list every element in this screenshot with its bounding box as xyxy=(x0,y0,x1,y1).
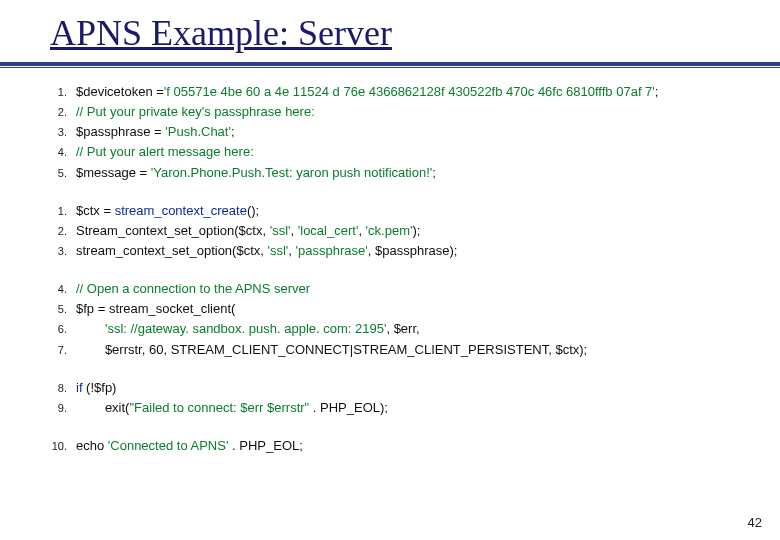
code-block: $devicetoken ='f 05571e 4be 60 a 4e 1152… xyxy=(40,82,750,183)
code-line: echo 'Connected to APNS' . PHP_EOL; xyxy=(70,436,750,456)
code-block: echo 'Connected to APNS' . PHP_EOL; xyxy=(40,436,750,456)
code-line: $message = 'Yaron.Phone.Push.Test: yaron… xyxy=(70,163,750,183)
code-line: $fp = stream_socket_client( xyxy=(70,299,750,319)
code-block: if (!$fp) exit("Failed to connect: $err … xyxy=(40,378,750,418)
page-number: 42 xyxy=(748,515,762,530)
code-line: $errstr, 60, STREAM_CLIENT_CONNECT|STREA… xyxy=(70,340,750,360)
code-line: Stream_context_set_option($ctx, 'ssl', '… xyxy=(70,221,750,241)
slide-title: APNS Example: Server xyxy=(50,12,780,60)
slide-body: $devicetoken ='f 05571e 4be 60 a 4e 1152… xyxy=(0,68,780,456)
code-block: $ctx = stream_context_create();Stream_co… xyxy=(40,201,750,261)
title-rule xyxy=(0,62,780,68)
title-wrap: APNS Example: Server xyxy=(0,0,780,60)
code-block: // Open a connection to the APNS server$… xyxy=(40,279,750,360)
code-line: 'ssl: //gateway. sandbox. push. apple. c… xyxy=(70,319,750,339)
code-line: $passphrase = 'Push.Chat'; xyxy=(70,122,750,142)
code-line: // Open a connection to the APNS server xyxy=(70,279,750,299)
code-line: $ctx = stream_context_create(); xyxy=(70,201,750,221)
code-line: stream_context_set_option($ctx, 'ssl', '… xyxy=(70,241,750,261)
slide: APNS Example: Server $devicetoken ='f 05… xyxy=(0,0,780,540)
code-line: // Put your private key's passphrase her… xyxy=(70,102,750,122)
code-line: $devicetoken ='f 05571e 4be 60 a 4e 1152… xyxy=(70,82,750,102)
code-line: // Put your alert message here: xyxy=(70,142,750,162)
code-line: if (!$fp) xyxy=(70,378,750,398)
code-line: exit("Failed to connect: $err $errstr" .… xyxy=(70,398,750,418)
